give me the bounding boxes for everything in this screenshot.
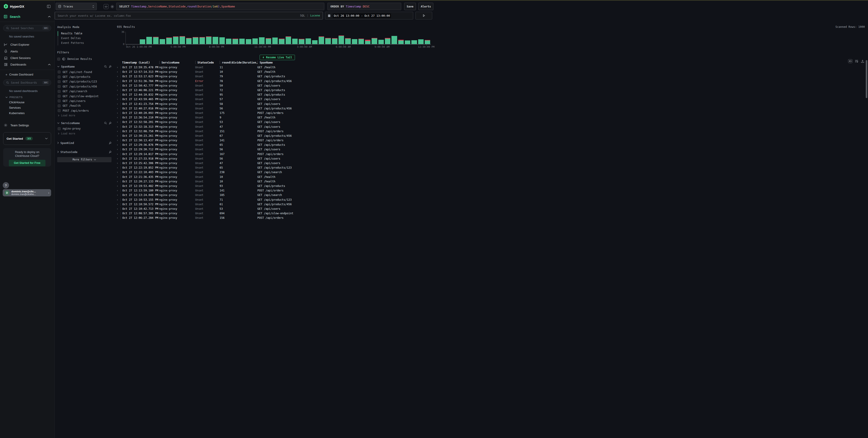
table-row[interactable]: ›Oct 27 12:29:30.712 PMnginx-proxyUnset5… xyxy=(114,147,434,151)
chevron-up-icon[interactable] xyxy=(48,64,51,66)
saved-dashboards-field[interactable] xyxy=(11,81,41,84)
app-logo[interactable]: HyperDX xyxy=(4,4,24,9)
alerts-button[interactable]: Alerts xyxy=(418,3,433,10)
row-expand-chevron-icon[interactable]: › xyxy=(114,157,121,160)
histogram-bar[interactable] xyxy=(146,37,152,44)
histogram-bar[interactable] xyxy=(378,40,384,44)
table-row[interactable]: ›Oct 27 12:59:35.478 PMnginx-proxyUnset1… xyxy=(114,65,434,70)
histogram-bar[interactable] xyxy=(411,40,417,44)
sidebar-item-search[interactable]: Search xyxy=(0,12,54,22)
histogram-bar[interactable] xyxy=(299,39,304,44)
table-row[interactable]: ›Oct 27 12:22:10.403 PMnginx-proxyUnset2… xyxy=(114,170,434,174)
column-resize-handle[interactable] xyxy=(220,61,220,64)
source-settings-gear-icon[interactable] xyxy=(110,4,115,9)
checkbox[interactable] xyxy=(58,70,61,73)
table-row[interactable]: ›Oct 27 12:32:58.201 PMnginx-proxyUnset5… xyxy=(114,120,434,124)
histogram-bar[interactable] xyxy=(385,38,390,44)
histogram-bar[interactable] xyxy=(219,37,225,44)
histogram-bar[interactable] xyxy=(325,38,331,44)
row-expand-chevron-icon[interactable]: › xyxy=(114,207,121,210)
histogram-bar[interactable] xyxy=(392,36,397,44)
row-expand-chevron-icon[interactable]: › xyxy=(114,116,121,119)
table-row[interactable]: ›Oct 27 12:10:42.713 PMnginx-proxyUnset5… xyxy=(114,207,434,211)
column-header-duration[interactable]: round(divide(Duration, xyxy=(222,61,257,64)
table-row[interactable]: ›Oct 27 12:36:54.210 PMnginx-proxyUnset9… xyxy=(114,115,434,120)
facet-item[interactable]: GET /api/users xyxy=(57,99,112,103)
row-expand-chevron-icon[interactable]: › xyxy=(114,134,121,137)
create-dashboard-button[interactable]: + Create Dashboard xyxy=(0,70,54,76)
row-expand-chevron-icon[interactable]: › xyxy=(114,107,121,110)
table-row[interactable]: ›Oct 27 12:43:59.465 PMnginx-proxyUnset5… xyxy=(114,97,434,101)
column-resize-handle[interactable] xyxy=(195,61,196,64)
checkbox[interactable] xyxy=(58,99,61,102)
checkbox[interactable] xyxy=(58,90,61,93)
histogram-bar[interactable] xyxy=(345,38,350,44)
table-row[interactable]: ›Oct 27 12:08:57.305 PMnginx-proxyUnset6… xyxy=(114,211,434,215)
row-expand-chevron-icon[interactable]: › xyxy=(114,98,121,101)
date-range-picker[interactable]: Oct 26 13:00:00 - Oct 27 13:00:00 xyxy=(325,12,413,20)
table-row[interactable]: ›Oct 27 12:32:08.750 PMnginx-proxyUnset1… xyxy=(114,129,434,134)
table-row[interactable]: ›Oct 27 12:53:17.623 PMnginx-proxyUnset7… xyxy=(114,74,434,79)
table-row[interactable]: ›Oct 27 12:13:59.180 PMnginx-proxyUnset1… xyxy=(114,188,434,193)
histogram-bar[interactable] xyxy=(232,39,238,44)
pin-icon[interactable] xyxy=(108,141,112,144)
preset-kubernetes[interactable]: Kubernetes xyxy=(0,109,54,115)
facet-header-statuscode[interactable]: StatusCode xyxy=(57,150,112,154)
table-row[interactable]: ›Oct 27 12:29:14.817 PMnginx-proxyUnset1… xyxy=(114,152,434,157)
facet-item[interactable]: POST /api/orders xyxy=(57,108,112,113)
row-expand-chevron-icon[interactable]: › xyxy=(114,121,121,124)
load-more-servicename[interactable]: Load more xyxy=(57,131,112,135)
histogram-bar[interactable] xyxy=(186,38,191,44)
sidebar-item-alerts[interactable]: Alerts xyxy=(0,48,54,55)
checkbox[interactable] xyxy=(58,109,61,112)
table-row[interactable]: ›Oct 27 12:10:53.155 PMnginx-proxyUnset7… xyxy=(114,197,434,202)
table-row[interactable]: ›Oct 27 12:10:50.572 PMnginx-proxyUnset6… xyxy=(114,202,434,207)
table-row[interactable]: ›Oct 27 12:22:19.852 PMnginx-proxyUnset6… xyxy=(114,165,434,170)
histogram-bar[interactable] xyxy=(213,37,218,44)
analysis-mode-option[interactable]: Event Patterns xyxy=(58,41,112,45)
table-row[interactable]: ›Oct 27 12:46:08.221 PMnginx-proxyUnset7… xyxy=(114,88,434,93)
chevron-up-icon[interactable] xyxy=(48,16,51,18)
histogram-bar[interactable] xyxy=(418,39,424,44)
row-expand-chevron-icon[interactable]: › xyxy=(114,66,121,69)
lucene-search-field[interactable] xyxy=(58,14,300,18)
column-header-timestamp[interactable]: Timestamp (Local) xyxy=(121,61,159,64)
row-expand-chevron-icon[interactable]: › xyxy=(114,89,121,92)
row-expand-chevron-icon[interactable]: › xyxy=(114,198,121,201)
load-more-spanname[interactable]: Load more xyxy=(57,113,112,117)
save-button[interactable]: Save xyxy=(404,3,416,10)
facet-item[interactable]: GET /health xyxy=(57,103,112,108)
histogram-bar[interactable] xyxy=(239,39,245,44)
collapse-sidebar-icon[interactable] xyxy=(47,4,51,8)
row-expand-chevron-icon[interactable]: › xyxy=(114,189,121,192)
column-header-spanname[interactable]: SpanName xyxy=(260,61,434,64)
facet-header-spankind[interactable]: SpanKind xyxy=(57,141,112,145)
histogram-bar[interactable] xyxy=(279,39,284,44)
preset-clickhouse[interactable]: ClickHouse xyxy=(0,99,54,104)
resume-live-tail-button[interactable]: Resume Live Tail xyxy=(260,55,295,60)
histogram-bar[interactable] xyxy=(160,39,165,44)
histogram-bar[interactable] xyxy=(153,37,158,44)
saved-searches-field[interactable] xyxy=(11,27,41,30)
histogram-bar[interactable] xyxy=(352,39,357,44)
facet-item[interactable]: GET /api/search xyxy=(57,89,112,94)
table-row[interactable]: ›Oct 27 12:30:23.261 PMnginx-proxyUnset6… xyxy=(114,134,434,138)
histogram-bar[interactable] xyxy=(292,39,298,44)
saved-dashboards-input[interactable]: ⌘K xyxy=(3,79,51,86)
facet-search-icon[interactable] xyxy=(104,65,107,68)
table-row[interactable]: ›Oct 27 12:51:36.784 PMnginx-proxyError7… xyxy=(114,79,434,83)
row-expand-chevron-icon[interactable]: › xyxy=(114,139,121,142)
get-started-free-button[interactable]: Get Started for Free xyxy=(9,160,45,166)
table-row[interactable]: ›Oct 27 12:19:53.482 PMnginx-proxyUnset9… xyxy=(114,184,434,188)
row-expand-chevron-icon[interactable]: › xyxy=(114,75,121,78)
table-row[interactable]: ›Oct 27 12:41:23.754 PMnginx-proxyUnset5… xyxy=(114,102,434,106)
histogram-bar[interactable] xyxy=(398,40,404,44)
row-expand-chevron-icon[interactable]: › xyxy=(114,125,121,128)
more-filters-button[interactable]: More filters xyxy=(57,157,112,162)
histogram-bar[interactable] xyxy=(173,36,179,44)
pin-icon[interactable] xyxy=(108,150,112,154)
histogram-bar[interactable] xyxy=(180,36,185,44)
denoise-results-toggle[interactable]: Denoise Results xyxy=(57,58,112,61)
facet-header-spanname[interactable]: SpanName xyxy=(57,65,112,68)
user-menu[interactable]: D dominic.tran@clic... dominic.tran@clic… xyxy=(3,189,51,196)
